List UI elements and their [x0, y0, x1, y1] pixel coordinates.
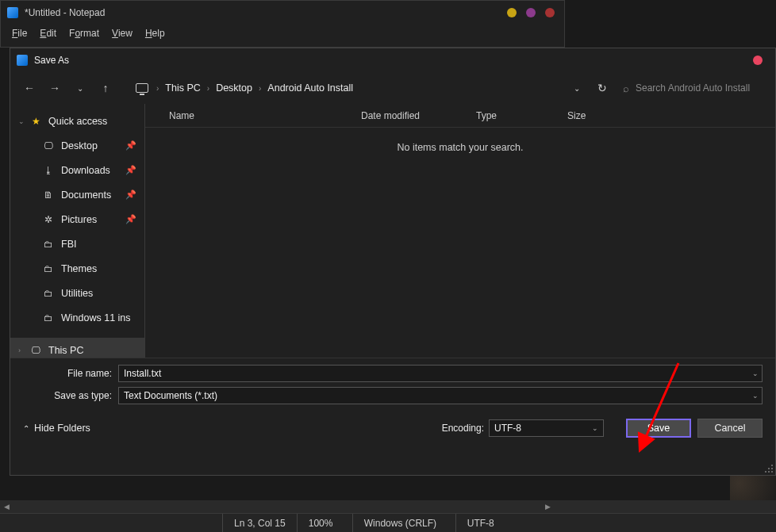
chevron-down-icon: ⌄: [18, 117, 26, 125]
file-list-header[interactable]: Name Date modified Type Size: [145, 104, 775, 128]
savetype-value: Text Documents (*.txt): [124, 390, 217, 401]
save-button[interactable]: Save: [626, 419, 691, 438]
sidebar-item-downloads[interactable]: ⭳ Downloads 📌: [10, 158, 144, 182]
menu-file[interactable]: File: [7, 26, 32, 40]
sidebar-item-documents[interactable]: 🗎 Documents 📌: [10, 182, 144, 207]
status-zoom: 100%: [297, 514, 352, 532]
notepad-titlebar[interactable]: *Untitled - Notepad: [1, 1, 564, 25]
breadcrumb-mid[interactable]: Desktop: [216, 82, 252, 94]
sidebar-label: This PC: [48, 345, 83, 356]
encoding-label: Encoding:: [442, 423, 484, 434]
encoding-value: UTF-8: [494, 423, 521, 434]
resize-grip-icon[interactable]: [764, 464, 774, 473]
status-encoding: UTF-8: [455, 514, 535, 532]
menu-view[interactable]: View: [107, 26, 137, 40]
sidebar-item-pictures[interactable]: ✲ Pictures 📌: [10, 207, 144, 232]
savetype-label: Save as type:: [23, 390, 118, 401]
folder-icon: 🗀: [42, 263, 55, 274]
scroll-left-icon[interactable]: ◀: [0, 503, 13, 511]
sidebar-this-pc[interactable]: › 🖵 This PC: [10, 338, 144, 358]
file-list-area: Name Date modified Type Size No items ma…: [145, 104, 775, 358]
maximize-icon[interactable]: [526, 8, 536, 17]
menu-format[interactable]: Format: [64, 26, 104, 40]
scroll-right-icon[interactable]: ▶: [541, 503, 554, 511]
sidebar-item-label: Windows 11 ins: [61, 312, 131, 323]
column-date[interactable]: Date modified: [352, 110, 467, 121]
minimize-icon[interactable]: [507, 8, 517, 17]
empty-message: No items match your search.: [145, 128, 775, 358]
chevron-right-icon: ›: [259, 84, 261, 93]
hide-folders-button[interactable]: ⌃ Hide Folders: [23, 423, 90, 434]
breadcrumb-leaf[interactable]: Android Auto Install: [267, 82, 353, 94]
folder-icon: 🗀: [42, 288, 55, 299]
dialog-title: Save As: [34, 55, 753, 66]
sidebar-label: Quick access: [48, 116, 107, 127]
filename-value: Install.txt: [124, 368, 161, 379]
column-size[interactable]: Size: [558, 110, 621, 121]
sidebar-item-windows11[interactable]: 🗀 Windows 11 ins: [10, 305, 144, 330]
chevron-up-icon: ⌃: [23, 424, 29, 433]
column-type[interactable]: Type: [467, 110, 558, 121]
pin-icon: 📌: [125, 214, 136, 224]
notepad-menu-bar: File Edit Format View Help: [1, 25, 564, 42]
sidebar-quick-access[interactable]: ⌄ ★ Quick access: [10, 109, 144, 133]
search-icon: ⌕: [623, 82, 629, 94]
sidebar-item-utilities[interactable]: 🗀 Utilities: [10, 281, 144, 305]
dialog-close-icon[interactable]: [753, 55, 763, 65]
savetype-select[interactable]: Text Documents (*.txt) ⌄: [118, 387, 763, 404]
sidebar-item-label: Utilities: [61, 288, 93, 299]
chevron-right-icon: ›: [207, 84, 209, 93]
filename-input[interactable]: Install.txt ⌄: [118, 365, 763, 382]
desktop-icon: 🖵: [42, 140, 55, 151]
notepad-window: *Untitled - Notepad File Edit Format Vie…: [0, 0, 565, 48]
column-name[interactable]: Name: [145, 110, 352, 121]
breadcrumb-root[interactable]: This PC: [165, 82, 200, 94]
chevron-down-icon[interactable]: ⌄: [752, 392, 759, 400]
notepad-title: *Untitled - Notepad: [25, 7, 507, 18]
nav-up-icon[interactable]: ↑: [94, 77, 117, 99]
chevron-down-icon[interactable]: ⌄: [592, 424, 598, 432]
breadcrumb-dropdown-icon[interactable]: ⌄: [566, 77, 588, 99]
refresh-icon[interactable]: ↻: [591, 77, 613, 99]
close-icon[interactable]: [545, 8, 555, 17]
chevron-right-icon: ›: [156, 84, 159, 93]
document-icon: 🗎: [42, 189, 55, 201]
sidebar: ⌄ ★ Quick access 🖵 Desktop 📌 ⭳ Downloads…: [10, 104, 145, 358]
dialog-app-icon: [17, 55, 28, 66]
dialog-bottom-panel: File name: Install.txt ⌄ Save as type: T…: [10, 358, 775, 447]
status-line-ending: Windows (CRLF): [352, 514, 455, 532]
nav-back-icon[interactable]: ←: [18, 77, 40, 99]
filename-label: File name:: [23, 368, 118, 379]
pin-icon: 📌: [125, 189, 136, 200]
search-input[interactable]: ⌕ Search Android Auto Install: [617, 77, 767, 99]
nav-recent-icon[interactable]: ⌄: [69, 77, 91, 99]
status-cursor-pos: Ln 3, Col 15: [222, 514, 297, 532]
chevron-right-icon: ›: [18, 346, 26, 354]
breadcrumb[interactable]: › This PC › Desktop › Android Auto Insta…: [136, 82, 353, 94]
pin-icon: 📌: [125, 140, 136, 151]
nav-forward-icon[interactable]: →: [44, 77, 66, 99]
monitor-icon: 🖵: [29, 345, 42, 356]
dialog-titlebar[interactable]: Save As: [10, 48, 775, 72]
sidebar-item-desktop[interactable]: 🖵 Desktop 📌: [10, 133, 144, 158]
notepad-app-icon: [7, 7, 18, 18]
sidebar-item-themes[interactable]: 🗀 Themes: [10, 256, 144, 281]
hide-folders-label: Hide Folders: [34, 423, 90, 434]
dialog-toolbar: ← → ⌄ ↑ › This PC › Desktop › Android Au…: [10, 72, 775, 104]
this-pc-icon: [136, 83, 148, 93]
sidebar-item-label: Downloads: [61, 165, 110, 176]
pin-icon: 📌: [125, 165, 136, 175]
sidebar-item-label: FBI: [61, 239, 76, 250]
menu-help[interactable]: Help: [140, 26, 170, 40]
sidebar-item-label: Themes: [61, 263, 97, 274]
horizontal-scrollbar[interactable]: ◀ ▶: [0, 500, 776, 513]
sidebar-item-fbi[interactable]: 🗀 FBI: [10, 232, 144, 256]
chevron-down-icon[interactable]: ⌄: [752, 369, 759, 377]
menu-edit[interactable]: Edit: [35, 26, 61, 40]
folder-icon: 🗀: [42, 239, 55, 250]
encoding-select[interactable]: UTF-8 ⌄: [489, 419, 604, 437]
search-placeholder: Search Android Auto Install: [636, 82, 750, 94]
cancel-button[interactable]: Cancel: [697, 419, 763, 438]
folder-icon: 🗀: [42, 312, 55, 323]
notepad-statusbar: Ln 3, Col 15 100% Windows (CRLF) UTF-8: [0, 513, 776, 532]
